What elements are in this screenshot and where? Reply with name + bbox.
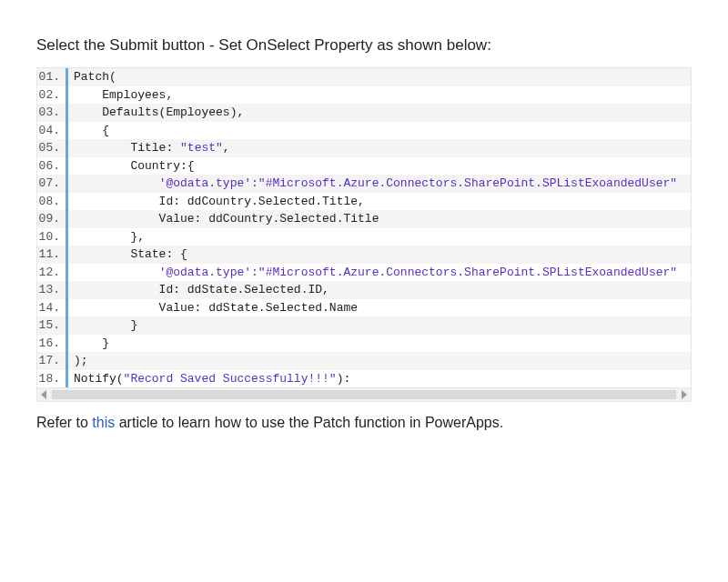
code-text: State: { bbox=[68, 246, 692, 264]
code-line: 12. '@odata.type':"#Microsoft.Azure.Conn… bbox=[37, 264, 692, 282]
code-text: Notify("Record Saved Successfully!!!"): bbox=[68, 370, 692, 388]
code-text: Value: ddState.Selected.Name bbox=[68, 299, 692, 317]
line-number: 13. bbox=[37, 281, 68, 299]
code-text: '@odata.type':"#Microsoft.Azure.Connecto… bbox=[68, 264, 692, 282]
code-text: Defaults(Employees), bbox=[68, 104, 692, 122]
line-number: 11. bbox=[37, 246, 68, 264]
code-line: 11. State: { bbox=[37, 246, 692, 264]
line-number: 09. bbox=[37, 210, 68, 228]
line-number: 06. bbox=[37, 157, 68, 176]
intro-text: Select the Submit button - Set OnSelect … bbox=[36, 36, 692, 55]
line-number: 12. bbox=[37, 264, 68, 282]
code-text: Id: ddState.Selected.ID, bbox=[68, 281, 692, 299]
code-line: 05. Title: "test", bbox=[37, 139, 692, 157]
line-number: 15. bbox=[37, 316, 68, 335]
code-line: 04. { bbox=[37, 122, 692, 140]
line-number: 02. bbox=[37, 86, 68, 105]
code-text: } bbox=[68, 335, 692, 353]
code-line: 09. Value: ddCountry.Selected.Title bbox=[37, 210, 692, 228]
line-number: 07. bbox=[37, 175, 68, 193]
code-text: Id: ddCountry.Selected.Title, bbox=[68, 193, 692, 211]
code-line: 06. Country:{ bbox=[37, 157, 692, 176]
line-number: 17. bbox=[37, 352, 68, 370]
line-number: 03. bbox=[37, 104, 68, 122]
footer-pre: Refer to bbox=[36, 415, 92, 430]
line-number: 01. bbox=[37, 68, 68, 86]
code-line: 03. Defaults(Employees), bbox=[37, 104, 692, 122]
code-text: Patch( bbox=[68, 68, 692, 86]
code-text: Employees, bbox=[68, 86, 692, 105]
code-text: } bbox=[68, 316, 692, 335]
line-number: 18. bbox=[37, 370, 68, 388]
code-line: 16. } bbox=[37, 335, 692, 353]
line-number: 04. bbox=[37, 122, 68, 140]
code-text: Value: ddCountry.Selected.Title bbox=[68, 210, 692, 228]
code-text: Country:{ bbox=[68, 157, 692, 176]
horizontal-scrollbar[interactable] bbox=[37, 387, 691, 401]
line-number: 14. bbox=[37, 299, 68, 317]
code-line: 14. Value: ddState.Selected.Name bbox=[37, 299, 692, 317]
footer-post: article to learn how to use the Patch fu… bbox=[115, 415, 503, 430]
code-line: 07. '@odata.type':"#Microsoft.Azure.Conn… bbox=[37, 175, 692, 193]
code-line: 01.Patch( bbox=[37, 68, 692, 86]
line-number: 10. bbox=[37, 228, 68, 246]
code-text: '@odata.type':"#Microsoft.Azure.Connecto… bbox=[68, 175, 692, 193]
code-block: 01.Patch(02. Employees,03. Defaults(Empl… bbox=[36, 67, 692, 402]
code-line: 15. } bbox=[37, 316, 692, 335]
code-text: Title: "test", bbox=[68, 139, 692, 157]
code-text: { bbox=[68, 122, 692, 140]
line-number: 16. bbox=[37, 335, 68, 353]
code-line: 02. Employees, bbox=[37, 86, 692, 105]
line-number: 05. bbox=[37, 139, 68, 157]
code-text: }, bbox=[68, 228, 692, 246]
footer-text: Refer to this article to learn how to us… bbox=[36, 415, 692, 431]
line-number: 08. bbox=[37, 193, 68, 211]
code-line: 17.); bbox=[37, 352, 692, 370]
code-line: 10. }, bbox=[37, 228, 692, 246]
code-line: 18.Notify("Record Saved Successfully!!!"… bbox=[37, 370, 692, 388]
code-line: 13. Id: ddState.Selected.ID, bbox=[37, 281, 692, 299]
code-line: 08. Id: ddCountry.Selected.Title, bbox=[37, 193, 692, 211]
code-text: ); bbox=[68, 352, 692, 370]
footer-link[interactable]: this bbox=[92, 415, 115, 430]
